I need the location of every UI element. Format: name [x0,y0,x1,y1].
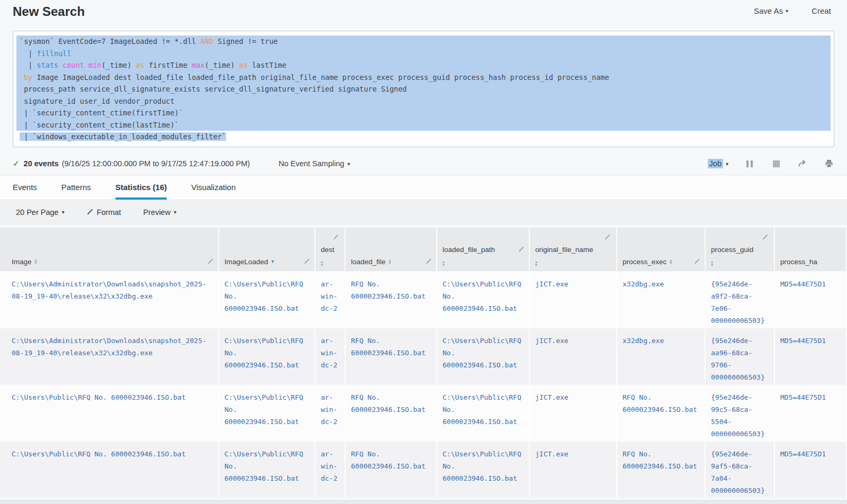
column-header-original_file_name[interactable]: original_file_name▴▾ [530,228,617,271]
edit-column-icon[interactable] [333,234,339,240]
sort-icon[interactable]: ▴▾ [35,259,37,265]
cell-original_file_name[interactable]: jICT.exe [530,442,617,498]
cell-original_file_name[interactable]: jICT.exe [530,329,617,384]
cell-loaded_file_path[interactable]: C:\Users\Public\RFQ No. 6000023946.ISO.b… [437,272,530,328]
column-label: loaded_file [351,258,385,266]
sort-icon[interactable]: ▴▾ [321,260,323,266]
chevron-down-icon: ▾ [786,8,788,14]
sort-icon[interactable]: ▴▾ [711,260,713,266]
cell-loaded_file_path[interactable]: C:\Users\Public\RFQ No. 6000023946.ISO.b… [437,329,530,384]
edit-column-icon[interactable] [208,258,214,265]
horizontal-scrollbar[interactable] [0,500,847,504]
search-query-input[interactable]: `sysmon` EventCode=7 ImageLoaded != *.dl… [13,31,834,147]
edit-column-icon[interactable] [518,246,525,253]
stop-job-button[interactable] [771,158,781,169]
tab-statistics[interactable]: Statistics (16) [115,175,167,200]
share-job-button[interactable] [797,158,808,169]
cell-loaded_file_path[interactable]: C:\Users\Public\RFQ No. 6000023946.ISO.b… [437,385,530,441]
column-header-loaded_file_path[interactable]: loaded_file_path▴▾ [437,228,530,271]
edit-column-icon[interactable] [605,234,611,240]
chevron-down-icon: ▾ [726,161,728,167]
cell-process_hash[interactable]: MD5=44E75D1 [775,442,847,498]
query-line: | fillnull [16,48,831,60]
column-header-dest[interactable]: dest▴▾ [316,228,346,271]
cell-ImageLoaded[interactable]: C:\Users\Public\RFQ No. 6000023946.ISO.b… [219,385,316,441]
column-header-process_hash[interactable]: process_ha [775,228,847,271]
cell-ImageLoaded[interactable]: C:\Users\Public\RFQ No. 6000023946.ISO.b… [219,442,316,498]
column-label: process_ha [780,258,817,266]
stop-icon [773,160,780,167]
cell-loaded_file[interactable]: RFQ No. 6000023946.ISO.bat [346,385,437,441]
cell-Image[interactable]: C:\Users\Public\RFQ No. 6000023946.ISO.b… [0,385,219,441]
query-line: | `windows_executable_in_loaded_modules_… [16,131,831,143]
query-lines: `sysmon` EventCode=7 ImageLoaded != *.dl… [16,35,831,143]
sort-icon[interactable]: ▴▾ [389,259,391,265]
cell-process_exec[interactable]: x32dbg.exe [617,329,706,384]
query-line: `sysmon` EventCode=7 ImageLoaded != *.dl… [16,35,831,48]
page-title: New Search [13,4,85,19]
column-header-ImageLoaded[interactable]: ImageLoaded▾ [219,228,316,271]
cell-process_guid[interactable]: {95e246de-a9f2-68ca-7e06-000000006503} [706,272,775,328]
column-label: Image [12,258,32,266]
tab-events[interactable]: Events [13,175,37,200]
event-sampling-label: No Event Sampling [278,159,344,168]
cell-original_file_name[interactable]: jICT.exe [530,385,617,441]
query-line: by Image ImageLoaded dest loaded_file lo… [16,71,831,84]
results-toolbar: 20 Per Page ▾ Format Preview ▾ [0,200,847,224]
column-header-process_guid[interactable]: process_guid▴▾ [706,228,775,271]
cell-loaded_file[interactable]: RFQ No. 6000023946.ISO.bat [346,272,437,328]
sort-desc-icon[interactable]: ▾ [272,259,274,264]
edit-column-icon[interactable] [304,258,310,265]
query-line: | `security_content_ctime(lastTime)` [16,119,831,131]
per-page-dropdown[interactable]: 20 Per Page ▾ [16,208,65,217]
cell-Image[interactable]: C:\Users\Administrator\Downloads\snapsho… [0,272,219,328]
cell-loaded_file_path[interactable]: C:\Users\Public\RFQ No. 6000023946.ISO.b… [437,442,530,498]
query-line: signature_id user_id vendor_product [16,95,831,107]
cell-dest[interactable]: ar-win-dc-2 [316,329,346,384]
edit-column-icon[interactable] [762,234,769,240]
cell-process_guid[interactable]: {95e246de-9af5-68ca-7a04-000000006503} [706,442,775,498]
sort-icon[interactable]: ▴▾ [535,260,537,266]
cell-Image[interactable]: C:\Users\Public\RFQ No. 6000023946.ISO.b… [0,442,219,498]
job-menu-button[interactable]: Job ▾ [708,159,728,168]
sort-icon[interactable]: ▴▾ [670,259,672,265]
cell-dest[interactable]: ar-win-dc-2 [316,442,346,498]
event-sampling-dropdown[interactable]: No Event Sampling ▾ [278,159,350,168]
top-actions: Save As ▾ Creat [754,6,831,15]
save-as-button[interactable]: Save As ▾ [754,6,788,15]
cell-dest[interactable]: ar-win-dc-2 [316,385,346,441]
cell-ImageLoaded[interactable]: C:\Users\Public\RFQ No. 6000023946.ISO.b… [219,329,316,384]
pause-job-button[interactable] [744,158,755,169]
chevron-down-icon: ▾ [347,161,350,167]
edit-column-icon[interactable] [694,258,700,265]
cell-process_exec[interactable]: RFQ No. 6000023946.ISO.bat [617,385,706,441]
share-icon [798,159,807,168]
cell-loaded_file[interactable]: RFQ No. 6000023946.ISO.bat [346,442,437,498]
cell-process_hash[interactable]: MD5=44E75D1 [775,272,847,328]
job-controls: Job ▾ [708,158,834,169]
cell-dest[interactable]: ar-win-dc-2 [316,272,346,328]
table-body: C:\Users\Administrator\Downloads\snapsho… [0,272,847,498]
create-table-view-button[interactable]: Creat [812,6,831,15]
column-header-process_exec[interactable]: process_exec▴▾ [617,228,706,271]
tab-patterns[interactable]: Patterns [61,175,91,200]
cell-original_file_name[interactable]: jICT.exe [530,272,617,328]
edit-column-icon[interactable] [426,258,432,265]
cell-process_hash[interactable]: MD5=44E75D1 [775,329,847,384]
cell-ImageLoaded[interactable]: C:\Users\Public\RFQ No. 6000023946.ISO.b… [219,272,316,328]
format-button[interactable]: Format [87,208,121,217]
column-header-Image[interactable]: Image▴▾ [0,228,219,271]
cell-process_guid[interactable]: {95e246de-99c5-68ca-5504-000000006503} [706,385,775,441]
cell-process_exec[interactable]: x32dbg.exe [617,272,706,328]
cell-loaded_file[interactable]: RFQ No. 6000023946.ISO.bat [346,329,437,384]
preview-dropdown[interactable]: Preview ▾ [143,208,177,217]
sort-icon[interactable]: ▴▾ [443,260,445,266]
cell-process_exec[interactable]: RFQ No. 6000023946.ISO.bat [617,442,706,498]
cell-process_hash[interactable]: MD5=44E75D1 [775,385,847,441]
column-header-loaded_file[interactable]: loaded_file▴▾ [346,228,437,271]
tab-visualization[interactable]: Visualization [191,175,236,200]
cell-process_guid[interactable]: {95e246de-aa96-68ca-9706-000000006503} [706,329,775,384]
cell-Image[interactable]: C:\Users\Administrator\Downloads\snapsho… [0,329,219,384]
events-count: 20 events [24,159,59,168]
print-job-button[interactable] [824,158,834,169]
